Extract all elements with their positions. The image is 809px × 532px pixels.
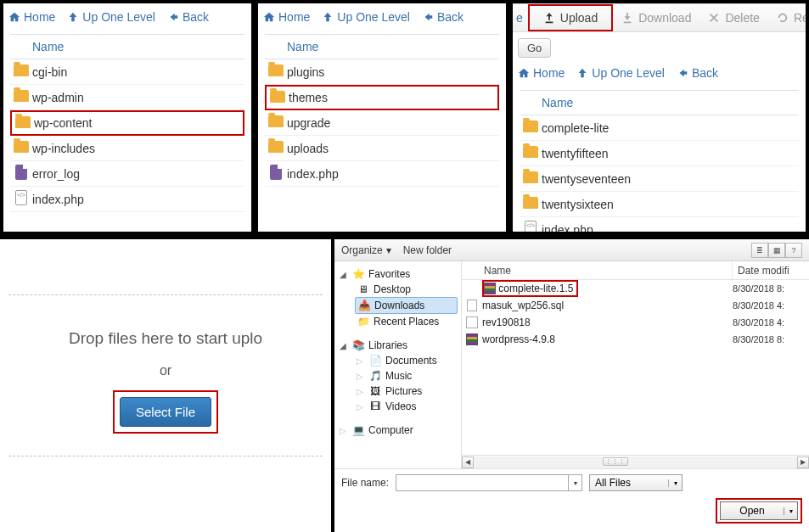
file-name: cgi-bin xyxy=(32,65,67,79)
file-row[interactable]: index.php xyxy=(10,187,244,212)
list-header[interactable]: Name Date modifi xyxy=(462,261,809,280)
column-header[interactable]: Name xyxy=(10,34,244,59)
back-link[interactable]: Back xyxy=(677,66,718,80)
file-row[interactable]: index.php xyxy=(520,217,799,235)
filter-select[interactable]: All Files▾ xyxy=(589,474,683,491)
drop-zone[interactable]: Drop files here to start uplo or Select … xyxy=(0,239,331,532)
dialog-toolbar: Organize ▾ New folder ≣ ▦ ? xyxy=(334,239,809,261)
libraries-icon: 📚 xyxy=(351,339,365,351)
view-thumb-icon[interactable]: ▦ xyxy=(768,243,785,258)
chevron-down-icon[interactable]: ▾ xyxy=(568,475,581,490)
tree-computer[interactable]: ▷💻Computer xyxy=(338,423,458,438)
file-row[interactable]: wp-includes xyxy=(10,136,244,161)
panel-wpcontent: Home Up One Level Back Name plugins them… xyxy=(255,0,509,235)
file-row-highlight[interactable]: themes xyxy=(265,85,499,110)
chevron-down-icon[interactable]: ▾ xyxy=(668,479,682,487)
back-link[interactable]: Back xyxy=(422,10,463,24)
go-button[interactable]: Go xyxy=(518,38,551,58)
tree-pictures[interactable]: ▷🖼Pictures xyxy=(355,384,458,399)
hdr-date: Date modifi xyxy=(733,261,809,279)
refresh-icon xyxy=(777,12,789,24)
folder-icon xyxy=(268,64,284,76)
file-row[interactable]: complete-lite xyxy=(520,115,799,141)
scroll-right-icon[interactable]: ▶ xyxy=(797,456,809,468)
select-file-button[interactable]: Select File xyxy=(120,397,211,427)
file-row[interactable]: plugins xyxy=(265,59,499,85)
archive-icon xyxy=(484,283,496,294)
file-name: plugins xyxy=(287,65,324,79)
upload-button[interactable]: Upload xyxy=(535,8,606,28)
folder-icon xyxy=(14,64,29,76)
file-row[interactable]: index.php xyxy=(265,161,499,187)
item-date: 8/30/2018 4: xyxy=(733,300,809,311)
home-link[interactable]: Home xyxy=(263,10,310,24)
file-name: wp-admin xyxy=(32,91,84,104)
home-link[interactable]: Home xyxy=(8,10,55,24)
folder-icon xyxy=(523,120,538,132)
column-header[interactable]: Name xyxy=(265,34,499,59)
h-scrollbar[interactable]: ◀ ⋮⋮⋮ ▶ xyxy=(462,455,809,468)
download-label: Download xyxy=(638,11,691,25)
file-row[interactable]: wp-admin xyxy=(10,85,244,110)
tree-music[interactable]: ▷🎵Music xyxy=(355,368,458,384)
file-name: themes xyxy=(289,91,328,104)
drop-text: Drop files here to start uplo xyxy=(0,329,331,348)
file-dialog: Organize ▾ New folder ≣ ▦ ? ◢⭐Favorites … xyxy=(331,239,809,532)
file-row-highlight[interactable]: wp-content xyxy=(10,110,244,136)
videos-icon: 🎞 xyxy=(368,400,382,412)
recent-icon: 📁 xyxy=(357,316,370,328)
list-item[interactable]: rev190818 8/30/2018 4: xyxy=(462,314,809,331)
tree-recent[interactable]: 📁Recent Places xyxy=(355,314,458,329)
back-arrow-icon xyxy=(167,11,179,23)
item-name: wordpress-4.9.8 xyxy=(482,333,733,345)
open-button[interactable]: Open ▾ xyxy=(720,501,798,520)
home-icon xyxy=(518,67,530,79)
up-label: Up One Level xyxy=(337,10,410,24)
item-date: 8/30/2018 8: xyxy=(733,283,809,294)
list-item[interactable]: wordpress-4.9.8 8/30/2018 8: xyxy=(462,331,809,348)
file-row[interactable]: error_log xyxy=(10,161,244,187)
new-folder-button[interactable]: New folder xyxy=(403,244,452,256)
file-row[interactable]: twentyseventeen xyxy=(520,166,799,192)
tree-documents[interactable]: ▷📄Documents xyxy=(355,353,458,368)
filename-input[interactable]: ▾ xyxy=(396,474,582,491)
file-row[interactable]: twentysixteen xyxy=(520,192,799,217)
rename-button[interactable]: Re xyxy=(768,8,809,28)
dialog-footer: File name: ▾ All Files▾ Open ▾ xyxy=(334,468,809,523)
item-date: 8/30/2018 8: xyxy=(733,334,809,344)
column-header[interactable]: Name xyxy=(520,90,799,115)
list-item[interactable]: masuk_wp256.sql 8/30/2018 4: xyxy=(462,297,809,314)
tree-videos[interactable]: ▷🎞Videos xyxy=(355,399,458,414)
home-link[interactable]: Home xyxy=(518,66,565,80)
dialog-file-list: Name Date modifi complete-lite.1.5 8/30/… xyxy=(462,261,809,468)
file-icon xyxy=(15,165,27,180)
file-row[interactable]: uploads xyxy=(265,136,499,161)
scroll-left-icon[interactable]: ◀ xyxy=(462,456,474,468)
file-name: twentyfifteen xyxy=(542,147,609,160)
list-item-highlight[interactable]: complete-lite.1.5 8/30/2018 8: xyxy=(462,280,809,297)
file-row[interactable]: twentyfifteen xyxy=(520,141,799,166)
up-link[interactable]: Up One Level xyxy=(576,66,665,80)
back-link[interactable]: Back xyxy=(167,10,209,24)
file-list: complete-lite twentyfifteen twentysevent… xyxy=(520,115,799,235)
file-row[interactable]: upgrade xyxy=(265,110,499,136)
up-link[interactable]: Up One Level xyxy=(67,10,155,24)
tree-libraries[interactable]: ◢📚Libraries xyxy=(338,338,458,353)
tree-downloads[interactable]: 📥Downloads xyxy=(355,297,458,314)
delete-button[interactable]: Delete xyxy=(699,8,767,28)
download-button[interactable]: Download xyxy=(613,8,699,28)
help-icon[interactable]: ? xyxy=(785,243,802,258)
chevron-down-icon[interactable]: ▾ xyxy=(784,507,797,515)
tree-favorites[interactable]: ◢⭐Favorites xyxy=(338,266,458,282)
code-file-icon xyxy=(525,221,537,235)
view-list-icon[interactable]: ≣ xyxy=(751,243,768,258)
folder-icon xyxy=(270,91,285,103)
organize-button[interactable]: Organize ▾ xyxy=(341,244,391,256)
filter-label: All Files xyxy=(595,477,631,489)
tree-desktop[interactable]: 🖥Desktop xyxy=(355,282,458,297)
up-link[interactable]: Up One Level xyxy=(322,10,410,24)
home-label: Home xyxy=(24,10,55,24)
up-arrow-icon xyxy=(576,67,588,79)
file-row[interactable]: cgi-bin xyxy=(10,59,244,85)
scroll-thumb[interactable]: ⋮⋮⋮ xyxy=(603,457,628,466)
